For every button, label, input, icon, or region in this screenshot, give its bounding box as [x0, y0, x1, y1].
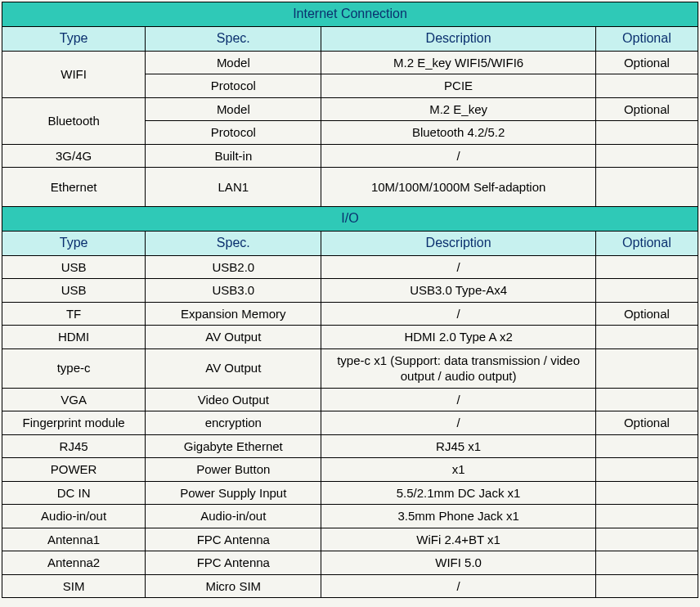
table-row: type-cAV Outputtype-c x1 (Support: data … [2, 348, 698, 388]
cell-optional [595, 121, 698, 145]
section-title: I/O [2, 207, 698, 232]
cell-description: RJ45 x1 [321, 434, 595, 458]
table-row: USBUSB3.0USB3.0 Type-Ax4 [2, 279, 698, 303]
cell-spec: USB3.0 [146, 279, 321, 303]
table-row: RJ45Gigabyte EthernetRJ45 x1 [2, 434, 698, 458]
table-row: EthernetLAN110M/100M/1000M Self-adaption [2, 168, 698, 207]
column-header: Type [2, 26, 146, 51]
cell-optional [595, 168, 698, 207]
table-row: WIFIModelM.2 E_key WIFI5/WIFI6Optional [2, 51, 698, 74]
cell-type: Ethernet [2, 168, 146, 207]
table-row: TFExpansion Memory/Optional [2, 302, 698, 326]
cell-spec: Power Button [146, 458, 321, 482]
cell-description: type-c x1 (Support: data transmission / … [321, 348, 595, 388]
cell-type: Audio-in/out [2, 505, 146, 528]
section-title: Internet Connection [2, 2, 698, 27]
cell-spec: LAN1 [146, 168, 321, 207]
cell-description: x1 [321, 458, 595, 482]
cell-optional [595, 348, 698, 388]
cell-description: Bluetooth 4.2/5.2 [321, 121, 595, 145]
column-header: Spec. [146, 26, 321, 51]
cell-type: RJ45 [2, 434, 146, 458]
cell-type: DC IN [2, 481, 146, 505]
spec-table: Internet ConnectionTypeSpec.DescriptionO… [2, 2, 698, 598]
cell-optional [595, 434, 698, 458]
cell-spec: Micro SIM [146, 574, 321, 598]
cell-type: 3G/4G [2, 144, 146, 168]
cell-description: USB3.0 Type-Ax4 [321, 279, 595, 303]
cell-type: SIM [2, 574, 146, 598]
cell-spec: Model [146, 97, 321, 121]
table-row: VGAVideo Output/ [2, 388, 698, 411]
cell-optional [595, 505, 698, 528]
table-row: POWERPower Buttonx1 [2, 458, 698, 482]
cell-optional [595, 551, 698, 575]
cell-description: 5.5/2.1mm DC Jack x1 [321, 481, 595, 505]
cell-spec: Gigabyte Ethernet [146, 434, 321, 458]
cell-description: PCIE [321, 74, 595, 98]
cell-description: / [321, 302, 595, 326]
cell-optional [595, 74, 698, 98]
column-header: Optional [595, 26, 698, 51]
cell-description: M.2 E_key WIFI5/WIFI6 [321, 51, 595, 74]
cell-type: TF [2, 302, 146, 326]
cell-optional [595, 144, 698, 168]
cell-optional [595, 528, 698, 551]
cell-spec: AV Output [146, 326, 321, 349]
cell-spec: AV Output [146, 348, 321, 388]
table-row: Antenna2FPC AntennaWIFI 5.0 [2, 551, 698, 575]
cell-optional [595, 326, 698, 349]
cell-description: WiFi 2.4+BT x1 [321, 528, 595, 551]
cell-description: HDMI 2.0 Type A x2 [321, 326, 595, 349]
cell-optional: Optional [595, 302, 698, 326]
cell-type: Bluetooth [2, 97, 146, 144]
cell-optional [595, 481, 698, 505]
table-row: BluetoothModelM.2 E_keyOptional [2, 97, 698, 121]
cell-description: / [321, 255, 595, 279]
cell-spec: FPC Antenna [146, 528, 321, 551]
cell-spec: Built-in [146, 144, 321, 168]
cell-optional: Optional [595, 51, 698, 74]
cell-spec: encryption [146, 411, 321, 435]
cell-spec: Video Output [146, 388, 321, 411]
cell-spec: Expansion Memory [146, 302, 321, 326]
cell-spec: Protocol [146, 74, 321, 98]
table-row: USBUSB2.0/ [2, 255, 698, 279]
cell-description: 10M/100M/1000M Self-adaption [321, 168, 595, 207]
cell-optional [595, 388, 698, 411]
column-header: Optional [595, 231, 698, 255]
table-row: Audio-in/outAudio-in/out3.5mm Phone Jack… [2, 505, 698, 528]
cell-type: HDMI [2, 326, 146, 349]
cell-spec: Audio-in/out [146, 505, 321, 528]
cell-description: / [321, 411, 595, 435]
cell-spec: Model [146, 51, 321, 74]
cell-spec: USB2.0 [146, 255, 321, 279]
table-row: Fingerprint moduleencryption/Optional [2, 411, 698, 435]
cell-description: WIFI 5.0 [321, 551, 595, 575]
cell-optional [595, 574, 698, 598]
cell-spec: Protocol [146, 121, 321, 145]
cell-type: Antenna2 [2, 551, 146, 575]
cell-description: / [321, 388, 595, 411]
cell-type: USB [2, 255, 146, 279]
table-row: SIMMicro SIM/ [2, 574, 698, 598]
table-row: 3G/4GBuilt-in/ [2, 144, 698, 168]
cell-type: Antenna1 [2, 528, 146, 551]
cell-type: WIFI [2, 51, 146, 97]
cell-type: type-c [2, 348, 146, 388]
table-row: Antenna1FPC AntennaWiFi 2.4+BT x1 [2, 528, 698, 551]
column-header: Description [321, 26, 595, 51]
cell-optional: Optional [595, 97, 698, 121]
cell-type: VGA [2, 388, 146, 411]
column-header: Description [321, 231, 595, 255]
cell-optional [595, 279, 698, 303]
table-row: DC INPower Supply Input5.5/2.1mm DC Jack… [2, 481, 698, 505]
cell-type: POWER [2, 458, 146, 482]
cell-description: / [321, 144, 595, 168]
table-row: HDMIAV OutputHDMI 2.0 Type A x2 [2, 326, 698, 349]
column-header: Spec. [146, 231, 321, 255]
cell-description: / [321, 574, 595, 598]
cell-type: Fingerprint module [2, 411, 146, 435]
cell-spec: Power Supply Input [146, 481, 321, 505]
cell-spec: FPC Antenna [146, 551, 321, 575]
